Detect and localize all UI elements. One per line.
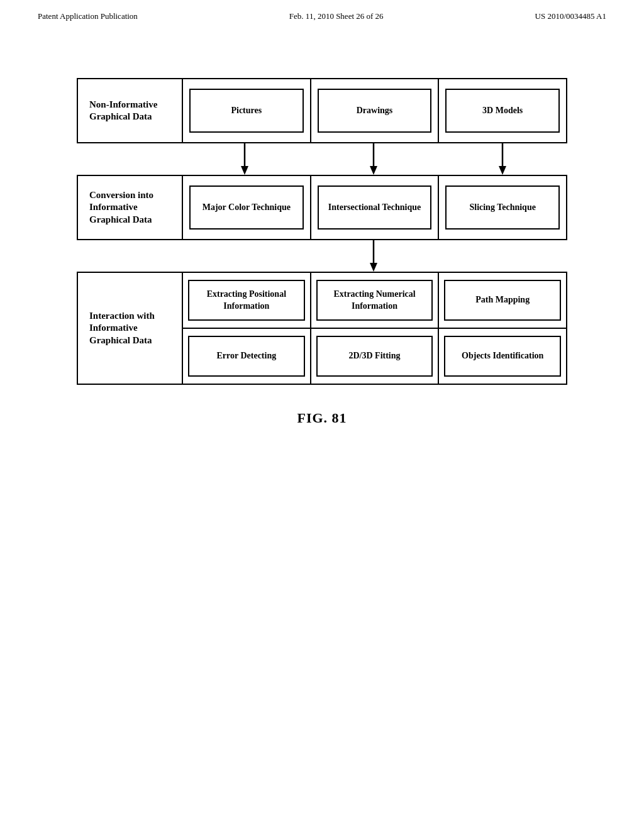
svg-marker-5	[499, 166, 506, 175]
row3-cell-numerical-box: Extracting Numerical Information	[316, 280, 433, 321]
row3-subrow1: Extracting Positional Information Extrac…	[183, 273, 566, 329]
row2-label: Conversion into Informative Graphical Da…	[78, 176, 182, 239]
svg-marker-7	[370, 263, 377, 272]
row2-cell-slicing: Slicing Technique	[438, 176, 566, 239]
row3-cell-2d3d-fitting-box: 2D/3D Fitting	[316, 336, 433, 377]
row3-cell-numerical: Extracting Numerical Information	[310, 273, 438, 328]
row2-cell-major-color: Major Color Technique	[183, 176, 310, 239]
svg-marker-3	[370, 166, 377, 175]
arrows-row2-to-row3	[77, 240, 567, 272]
row3-subrow2: Error Detecting 2D/3D Fitting Objects Id…	[183, 329, 566, 384]
row1-cell-pictures-box: Pictures	[189, 89, 304, 133]
row3-cells: Extracting Positional Information Extrac…	[182, 273, 566, 384]
diagram-container: Non-Informative Graphical Data Pictures …	[0, 28, 644, 451]
figure-label: FIG. 81	[297, 410, 347, 426]
row1-cells: Pictures Drawings 3D Models	[182, 79, 566, 142]
row3-box: Interaction with Informative Graphical D…	[77, 272, 567, 385]
row2-cell-intersectional-box: Intersectional Technique	[318, 185, 432, 230]
row3-cell-objects-id-box: Objects Identification	[444, 336, 561, 377]
row1-cell-pictures: Pictures	[183, 79, 310, 142]
header-patent-number: US 2010/0034485 A1	[535, 11, 606, 21]
row3-cell-positional: Extracting Positional Information	[183, 273, 310, 328]
row3-cell-objects-id: Objects Identification	[438, 329, 566, 384]
header-date-sheet: Feb. 11, 2010 Sheet 26 of 26	[289, 11, 384, 21]
svg-marker-1	[241, 166, 248, 175]
row1-label: Non-Informative Graphical Data	[78, 79, 182, 142]
row1-box: Non-Informative Graphical Data Pictures …	[77, 78, 567, 143]
arrows-row1-to-row2	[77, 143, 567, 175]
row1-cell-3dmodels-box: 3D Models	[445, 89, 560, 133]
row3-cell-error-detecting: Error Detecting	[183, 329, 310, 384]
row1-cell-drawings: Drawings	[310, 79, 438, 142]
row2-cell-slicing-box: Slicing Technique	[445, 185, 560, 230]
arrows-svg-2	[77, 240, 567, 272]
page-header: Patent Application Publication Feb. 11, …	[0, 0, 644, 28]
row3-cell-positional-box: Extracting Positional Information	[188, 280, 305, 321]
row2-cell-intersectional: Intersectional Technique	[310, 176, 438, 239]
row3-label: Interaction with Informative Graphical D…	[78, 273, 182, 384]
header-publication: Patent Application Publication	[38, 11, 138, 21]
row1-cell-3dmodels: 3D Models	[438, 79, 566, 142]
arrows-svg-1	[77, 143, 567, 175]
row2-cell-major-color-box: Major Color Technique	[189, 185, 304, 230]
row2-box: Conversion into Informative Graphical Da…	[77, 175, 567, 240]
row1-cell-drawings-box: Drawings	[318, 89, 432, 133]
row2-cells: Major Color Technique Intersectional Tec…	[182, 176, 566, 239]
row3-cell-2d3d-fitting: 2D/3D Fitting	[310, 329, 438, 384]
row3-cell-path-mapping: Path Mapping	[438, 273, 566, 328]
row3-cell-path-mapping-box: Path Mapping	[444, 280, 561, 321]
row3-cell-error-detecting-box: Error Detecting	[188, 336, 305, 377]
